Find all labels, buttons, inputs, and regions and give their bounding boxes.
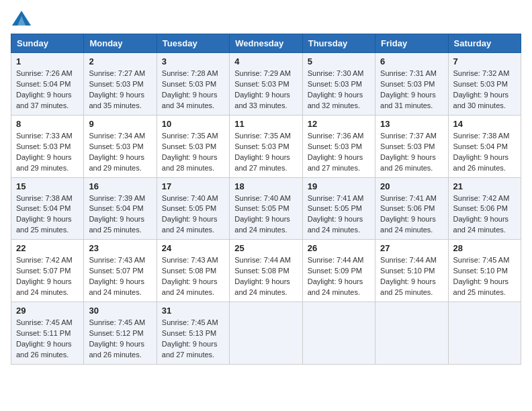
day-info: Sunrise: 7:42 AM Sunset: 5:07 PM Dayligh… xyxy=(16,255,79,298)
calendar-week-row: 1Sunrise: 7:26 AM Sunset: 5:04 PM Daylig… xyxy=(11,53,521,116)
day-info: Sunrise: 7:28 AM Sunset: 5:03 PM Dayligh… xyxy=(162,68,224,111)
day-info: Sunrise: 7:38 AM Sunset: 5:04 PM Dayligh… xyxy=(16,193,79,236)
day-of-week-header: Tuesday xyxy=(157,34,229,53)
day-info: Sunrise: 7:35 AM Sunset: 5:03 PM Dayligh… xyxy=(162,131,224,174)
calendar-day-cell: 31Sunrise: 7:45 AM Sunset: 5:13 PM Dayli… xyxy=(157,302,229,365)
calendar-day-cell: 1Sunrise: 7:26 AM Sunset: 5:04 PM Daylig… xyxy=(11,53,84,116)
day-number: 5 xyxy=(308,56,370,66)
calendar-day-cell xyxy=(302,302,375,365)
calendar-day-cell: 20Sunrise: 7:41 AM Sunset: 5:06 PM Dayli… xyxy=(375,177,448,240)
day-info: Sunrise: 7:26 AM Sunset: 5:04 PM Dayligh… xyxy=(16,68,79,111)
day-number: 21 xyxy=(453,181,516,191)
day-number: 31 xyxy=(162,306,224,316)
day-number: 30 xyxy=(89,306,151,316)
calendar-day-cell: 2Sunrise: 7:27 AM Sunset: 5:03 PM Daylig… xyxy=(84,53,157,116)
day-number: 14 xyxy=(453,119,516,129)
day-of-week-header: Saturday xyxy=(448,34,521,53)
calendar-day-cell: 5Sunrise: 7:30 AM Sunset: 5:03 PM Daylig… xyxy=(302,53,375,116)
day-info: Sunrise: 7:44 AM Sunset: 5:09 PM Dayligh… xyxy=(308,255,370,298)
day-info: Sunrise: 7:27 AM Sunset: 5:03 PM Dayligh… xyxy=(89,68,151,111)
calendar-day-cell: 28Sunrise: 7:45 AM Sunset: 5:10 PM Dayli… xyxy=(448,240,521,302)
day-number: 28 xyxy=(453,243,516,253)
calendar-day-cell xyxy=(230,302,302,365)
calendar-table: SundayMondayTuesdayWednesdayThursdayFrid… xyxy=(11,34,521,365)
day-number: 13 xyxy=(380,119,443,129)
calendar-day-cell: 22Sunrise: 7:42 AM Sunset: 5:07 PM Dayli… xyxy=(11,240,84,302)
day-info: Sunrise: 7:36 AM Sunset: 5:03 PM Dayligh… xyxy=(308,131,370,174)
calendar-day-cell: 9Sunrise: 7:34 AM Sunset: 5:03 PM Daylig… xyxy=(84,115,157,177)
calendar-day-cell: 27Sunrise: 7:44 AM Sunset: 5:10 PM Dayli… xyxy=(375,240,448,302)
day-number: 18 xyxy=(234,181,297,191)
calendar-day-cell: 7Sunrise: 7:32 AM Sunset: 5:03 PM Daylig… xyxy=(448,53,521,116)
day-number: 26 xyxy=(308,243,370,253)
logo xyxy=(11,11,31,26)
calendar-day-cell: 23Sunrise: 7:43 AM Sunset: 5:07 PM Dayli… xyxy=(84,240,157,302)
day-info: Sunrise: 7:43 AM Sunset: 5:07 PM Dayligh… xyxy=(89,255,151,298)
calendar-day-cell: 17Sunrise: 7:40 AM Sunset: 5:05 PM Dayli… xyxy=(157,177,229,240)
day-number: 3 xyxy=(162,56,224,66)
day-info: Sunrise: 7:44 AM Sunset: 5:08 PM Dayligh… xyxy=(234,255,297,298)
page-header xyxy=(11,11,521,26)
day-info: Sunrise: 7:45 AM Sunset: 5:10 PM Dayligh… xyxy=(453,255,516,298)
day-info: Sunrise: 7:42 AM Sunset: 5:06 PM Dayligh… xyxy=(453,193,516,236)
day-number: 1 xyxy=(16,56,79,66)
day-info: Sunrise: 7:38 AM Sunset: 5:04 PM Dayligh… xyxy=(453,131,516,174)
day-info: Sunrise: 7:40 AM Sunset: 5:05 PM Dayligh… xyxy=(162,193,224,236)
day-info: Sunrise: 7:31 AM Sunset: 5:03 PM Dayligh… xyxy=(380,68,443,111)
day-info: Sunrise: 7:34 AM Sunset: 5:03 PM Dayligh… xyxy=(89,131,151,174)
day-number: 11 xyxy=(234,119,297,129)
day-info: Sunrise: 7:30 AM Sunset: 5:03 PM Dayligh… xyxy=(308,68,370,111)
day-info: Sunrise: 7:37 AM Sunset: 5:03 PM Dayligh… xyxy=(380,131,443,174)
day-number: 2 xyxy=(89,56,151,66)
day-info: Sunrise: 7:32 AM Sunset: 5:03 PM Dayligh… xyxy=(453,68,516,111)
calendar-day-cell: 14Sunrise: 7:38 AM Sunset: 5:04 PM Dayli… xyxy=(448,115,521,177)
day-number: 29 xyxy=(16,306,79,316)
day-info: Sunrise: 7:43 AM Sunset: 5:08 PM Dayligh… xyxy=(162,255,224,298)
day-number: 25 xyxy=(234,243,297,253)
header-row: SundayMondayTuesdayWednesdayThursdayFrid… xyxy=(11,34,521,53)
calendar-day-cell: 4Sunrise: 7:29 AM Sunset: 5:03 PM Daylig… xyxy=(230,53,302,116)
calendar-day-cell: 19Sunrise: 7:41 AM Sunset: 5:05 PM Dayli… xyxy=(302,177,375,240)
calendar-day-cell: 29Sunrise: 7:45 AM Sunset: 5:11 PM Dayli… xyxy=(11,302,84,365)
day-of-week-header: Wednesday xyxy=(230,34,302,53)
calendar-day-cell xyxy=(448,302,521,365)
day-number: 19 xyxy=(308,181,370,191)
calendar-day-cell: 11Sunrise: 7:35 AM Sunset: 5:03 PM Dayli… xyxy=(230,115,302,177)
day-info: Sunrise: 7:45 AM Sunset: 5:12 PM Dayligh… xyxy=(89,318,151,361)
day-number: 4 xyxy=(234,56,297,66)
day-number: 24 xyxy=(162,243,224,253)
day-number: 7 xyxy=(453,56,516,66)
day-number: 27 xyxy=(380,243,443,253)
day-info: Sunrise: 7:44 AM Sunset: 5:10 PM Dayligh… xyxy=(380,255,443,298)
day-info: Sunrise: 7:29 AM Sunset: 5:03 PM Dayligh… xyxy=(234,68,297,111)
calendar-day-cell: 13Sunrise: 7:37 AM Sunset: 5:03 PM Dayli… xyxy=(375,115,448,177)
calendar-day-cell: 3Sunrise: 7:28 AM Sunset: 5:03 PM Daylig… xyxy=(157,53,229,116)
day-info: Sunrise: 7:41 AM Sunset: 5:06 PM Dayligh… xyxy=(380,193,443,236)
day-info: Sunrise: 7:33 AM Sunset: 5:03 PM Dayligh… xyxy=(16,131,79,174)
calendar-day-cell: 8Sunrise: 7:33 AM Sunset: 5:03 PM Daylig… xyxy=(11,115,84,177)
day-of-week-header: Monday xyxy=(84,34,157,53)
calendar-week-row: 29Sunrise: 7:45 AM Sunset: 5:11 PM Dayli… xyxy=(11,302,521,365)
logo-icon xyxy=(12,11,31,26)
day-number: 20 xyxy=(380,181,443,191)
day-number: 9 xyxy=(89,119,151,129)
day-number: 8 xyxy=(16,119,79,129)
calendar-day-cell xyxy=(375,302,448,365)
day-info: Sunrise: 7:41 AM Sunset: 5:05 PM Dayligh… xyxy=(308,193,370,236)
day-of-week-header: Thursday xyxy=(302,34,375,53)
day-number: 17 xyxy=(162,181,224,191)
calendar-week-row: 15Sunrise: 7:38 AM Sunset: 5:04 PM Dayli… xyxy=(11,177,521,240)
day-number: 6 xyxy=(380,56,443,66)
day-of-week-header: Sunday xyxy=(11,34,84,53)
calendar-day-cell: 10Sunrise: 7:35 AM Sunset: 5:03 PM Dayli… xyxy=(157,115,229,177)
day-info: Sunrise: 7:39 AM Sunset: 5:04 PM Dayligh… xyxy=(89,193,151,236)
calendar-day-cell: 25Sunrise: 7:44 AM Sunset: 5:08 PM Dayli… xyxy=(230,240,302,302)
calendar-day-cell: 15Sunrise: 7:38 AM Sunset: 5:04 PM Dayli… xyxy=(11,177,84,240)
day-info: Sunrise: 7:45 AM Sunset: 5:13 PM Dayligh… xyxy=(162,318,224,361)
calendar-day-cell: 16Sunrise: 7:39 AM Sunset: 5:04 PM Dayli… xyxy=(84,177,157,240)
calendar-day-cell: 21Sunrise: 7:42 AM Sunset: 5:06 PM Dayli… xyxy=(448,177,521,240)
calendar-day-cell: 30Sunrise: 7:45 AM Sunset: 5:12 PM Dayli… xyxy=(84,302,157,365)
calendar-week-row: 8Sunrise: 7:33 AM Sunset: 5:03 PM Daylig… xyxy=(11,115,521,177)
day-info: Sunrise: 7:45 AM Sunset: 5:11 PM Dayligh… xyxy=(16,318,79,361)
day-number: 15 xyxy=(16,181,79,191)
